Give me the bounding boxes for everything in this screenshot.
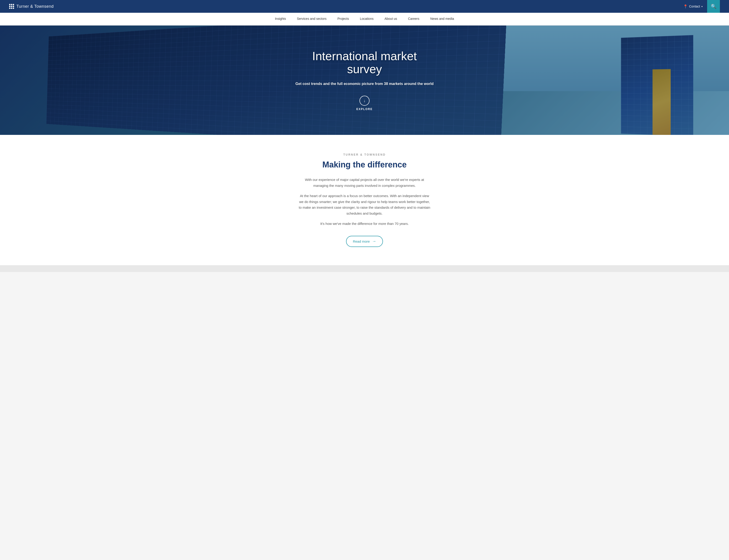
explore-label: EXPLORE	[356, 108, 372, 111]
chevron-down-icon: ▾	[701, 5, 703, 8]
search-button[interactable]: 🔍	[707, 0, 720, 13]
nav-item-insights[interactable]: Insights	[270, 13, 291, 26]
logo-text: Turner & Townsend	[16, 4, 54, 9]
main-content-section: TURNER & TOWNSEND Making the difference …	[0, 135, 729, 265]
logo[interactable]: Turner & Townsend	[9, 4, 54, 9]
hero-subtitle: Get cost trends and the full economic pi…	[294, 81, 435, 87]
nav-item-news[interactable]: News and media	[425, 13, 459, 26]
section-tag: TURNER & TOWNSEND	[9, 153, 720, 156]
hero-title: International market survey	[294, 50, 435, 76]
explore-circle-icon: ↓	[359, 96, 370, 106]
location-icon: 📍	[683, 4, 688, 9]
contact-button[interactable]: 📍 Contact ▾	[679, 0, 707, 13]
header-actions: 📍 Contact ▾ 🔍	[679, 0, 720, 13]
main-nav: Insights Services and sectors Projects L…	[0, 13, 729, 26]
nav-item-services[interactable]: Services and sectors	[291, 13, 332, 26]
arrow-right-icon: →	[372, 239, 376, 244]
hero-section: International market survey Get cost tre…	[0, 26, 729, 135]
nav-item-projects[interactable]: Projects	[332, 13, 354, 26]
hero-content: International market survey Get cost tre…	[285, 50, 444, 111]
nav-item-about[interactable]: About us	[379, 13, 403, 26]
site-header: Turner & Townsend 📍 Contact ▾ 🔍	[0, 0, 729, 13]
read-more-label: Read more	[353, 239, 370, 243]
body-para-3: It's how we've made the difference for m…	[298, 221, 431, 227]
explore-button[interactable]: ↓ EXPLORE	[294, 96, 435, 111]
read-more-button[interactable]: Read more →	[346, 236, 383, 247]
nav-item-locations[interactable]: Locations	[354, 13, 379, 26]
footer-bar	[0, 265, 729, 272]
logo-grid-icon	[9, 4, 14, 9]
nav-item-careers[interactable]: Careers	[403, 13, 425, 26]
search-icon: 🔍	[711, 4, 716, 9]
body-para-2: At the heart of our approach is a focus …	[298, 193, 431, 216]
section-title: Making the difference	[9, 160, 720, 170]
body-para-1: With our experience of major capital pro…	[298, 177, 431, 188]
contact-label: Contact	[689, 5, 700, 8]
section-body: With our experience of major capital pro…	[298, 177, 431, 227]
